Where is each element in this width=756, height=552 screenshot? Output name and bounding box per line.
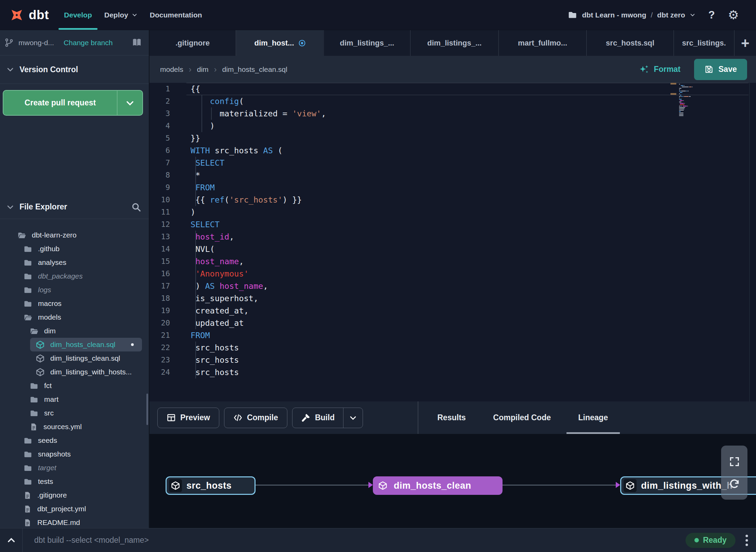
file-tree-item-target[interactable]: target <box>0 461 149 475</box>
file-tree-item-fct[interactable]: fct <box>0 379 149 393</box>
create-pull-request-button[interactable]: Create pull request <box>3 90 143 116</box>
file-tree-item-dbt-packages[interactable]: dbt_packages <box>0 269 149 283</box>
lineage-node-dim-hosts-clean[interactable]: dim_hosts_clean <box>373 476 503 495</box>
panel-tab-compiled-code[interactable]: Compiled Code <box>493 401 551 434</box>
code-text: created_at, <box>191 305 249 317</box>
tab-mart-fullmo[interactable]: mart_fullmo... <box>499 30 587 56</box>
nav-item-documentation[interactable]: Documentation <box>150 0 202 30</box>
command-input[interactable]: dbt build --select <model_name> <box>34 536 149 545</box>
code-line-11[interactable]: 11) <box>149 206 756 218</box>
file-tree-item-snapshots[interactable]: snapshots <box>0 447 149 461</box>
dbt-logo[interactable]: dbt <box>0 7 49 23</box>
file-explorer-header[interactable]: File Explorer <box>0 195 149 219</box>
code-line-3[interactable]: 3 materialized = 'view', <box>149 107 756 120</box>
lineage-canvas[interactable]: src_hosts dim_hosts_clean dim_listings_w… <box>149 434 756 528</box>
file-tree-item-src[interactable]: src <box>0 406 149 420</box>
pull-request-dropdown-toggle[interactable] <box>117 91 142 115</box>
code-line-9[interactable]: 9 FROM <box>149 181 756 194</box>
tab-dim-listings[interactable]: dim_listings_... <box>410 30 499 56</box>
code-line-8[interactable]: 8 * <box>149 169 756 181</box>
code-line-2[interactable]: 2 config( <box>149 95 756 107</box>
tab-src-listings[interactable]: src_listings. <box>674 30 734 56</box>
file-tree-item-readme-md[interactable]: README.md <box>0 516 149 528</box>
nav-item-deploy[interactable]: Deploy <box>104 0 138 30</box>
code-line-17[interactable]: 17 ) AS host_name, <box>149 280 756 292</box>
file-tree-item-sources-yml[interactable]: sources.yml <box>0 420 149 434</box>
file-tree-item-dbt-learn-zero[interactable]: dbt-learn-zero <box>0 228 149 242</box>
fullscreen-icon[interactable] <box>729 456 740 467</box>
folder-icon <box>29 381 39 390</box>
code-editor[interactable]: 1{{2 config(3 materialized = 'view',4 )5… <box>149 83 756 401</box>
save-button[interactable]: Save <box>694 59 747 80</box>
tab-dim-listings[interactable]: dim_listings_... <box>324 30 410 56</box>
code-line-16[interactable]: 16 'Anonymous' <box>149 268 756 280</box>
compile-button[interactable]: Compile <box>224 408 287 428</box>
file-tree-item-dbt-project-yml[interactable]: dbt_project.yml <box>0 502 149 516</box>
panel-tab-lineage[interactable]: Lineage <box>578 401 608 434</box>
model-icon <box>36 354 45 363</box>
editor-scrollbar[interactable] <box>749 83 750 401</box>
help-icon[interactable]: ? <box>708 9 715 21</box>
build-button[interactable]: Build <box>292 408 363 428</box>
code-line-15[interactable]: 15 host_name, <box>149 255 756 268</box>
code-line-10[interactable]: 10 {{ ref('src_hosts') }} <box>149 194 756 206</box>
bottom-toolbar: PreviewCompileBuild ResultsCompiled Code… <box>149 401 756 434</box>
code-line-23[interactable]: 23 src_hosts <box>149 354 756 366</box>
preview-button[interactable]: Preview <box>157 408 219 428</box>
file-name: tests <box>38 477 53 486</box>
file-tree-item-models[interactable]: models <box>0 310 149 324</box>
file-tree-item-mart[interactable]: mart <box>0 393 149 406</box>
lineage-node-src-hosts[interactable]: src_hosts <box>166 476 256 495</box>
file-tree-item-dim-listings-with-hosts[interactable]: dim_listings_with_hosts... <box>0 365 149 379</box>
command-bar-toggle[interactable] <box>0 528 23 552</box>
status-bar: dbt build --select <model_name> Ready <box>0 528 756 552</box>
tab-gitignore[interactable]: .gitignore <box>149 30 236 56</box>
format-button[interactable]: Format <box>639 64 680 75</box>
version-control-header[interactable]: Version Control <box>0 55 149 84</box>
code-line-6[interactable]: 6WITH src_hosts AS ( <box>149 144 756 157</box>
file-tree-item-gitignore[interactable]: .gitignore <box>0 488 149 502</box>
file-tree-item-logs[interactable]: logs <box>0 283 149 297</box>
new-tab-button[interactable]: + <box>734 30 756 56</box>
panel-tab-results[interactable]: Results <box>438 401 466 434</box>
file-tree-item-macros[interactable]: macros <box>0 297 149 310</box>
code-line-22[interactable]: 22 src_hosts <box>149 342 756 354</box>
code-line-14[interactable]: 14 NVL( <box>149 243 756 255</box>
kebab-menu-icon[interactable] <box>744 534 749 547</box>
dbt-cloud-ide: dbt DevelopDeployDocumentation dbt Learn… <box>0 0 756 552</box>
docs-book-icon[interactable] <box>132 38 142 47</box>
file-tree-item-dim[interactable]: dim <box>0 324 149 338</box>
code-line-20[interactable]: 20 updated_at <box>149 317 756 329</box>
breadcrumb-models[interactable]: models <box>160 65 183 74</box>
file-tree-item-dim-listings-clean-sql[interactable]: dim_listings_clean.sql <box>0 351 149 365</box>
project-picker[interactable]: dbt Learn - mwong / dbt zero <box>568 10 695 20</box>
gear-icon[interactable]: ⚙ <box>728 9 739 21</box>
file-tree-item-github[interactable]: .github <box>0 242 149 256</box>
code-line-12[interactable]: 12SELECT <box>149 218 756 231</box>
minimap[interactable] <box>679 84 701 116</box>
code-line-7[interactable]: 7 SELECT <box>149 157 756 169</box>
code-line-13[interactable]: 13 host_id, <box>149 231 756 243</box>
tab-src-hosts-sql[interactable]: src_hosts.sql <box>587 30 674 56</box>
code-line-18[interactable]: 18 is_superhost, <box>149 292 756 305</box>
file-tree-item-tests[interactable]: tests <box>0 475 149 488</box>
code-line-19[interactable]: 19 created_at, <box>149 305 756 317</box>
folder-icon <box>29 409 39 418</box>
file-tree-item-analyses[interactable]: analyses <box>0 256 149 269</box>
code-line-5[interactable]: 5}} <box>149 132 756 144</box>
search-icon[interactable] <box>131 202 141 212</box>
code-line-4[interactable]: 4 ) <box>149 120 756 132</box>
nav-item-develop[interactable]: Develop <box>64 0 92 30</box>
code-line-21[interactable]: 21FROM <box>149 329 756 342</box>
sidebar-scrollbar[interactable] <box>146 394 148 425</box>
breadcrumb-dim-hosts-clean-sql[interactable]: dim_hosts_clean.sql <box>222 65 287 74</box>
file-tree-item-seeds[interactable]: seeds <box>0 434 149 447</box>
build-dropdown-toggle[interactable] <box>343 408 363 428</box>
line-number: 9 <box>149 181 173 194</box>
file-tree-item-dim-hosts-clean-sql[interactable]: dim_hosts_clean.sql <box>30 338 142 351</box>
change-branch-link[interactable]: Change branch <box>64 39 113 47</box>
code-line-24[interactable]: 24 src_hosts <box>149 366 756 378</box>
tab-dim-host[interactable]: dim_host... <box>236 30 324 56</box>
breadcrumb-dim[interactable]: dim <box>197 65 209 74</box>
refresh-icon[interactable] <box>729 478 740 490</box>
